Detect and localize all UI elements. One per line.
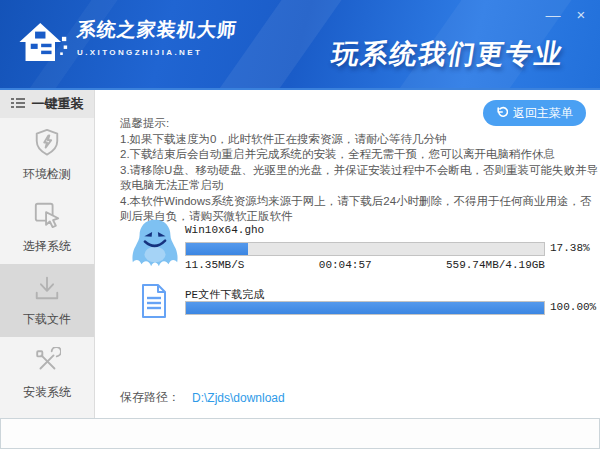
sidebar-item-label: 一键重装 (32, 95, 84, 113)
cursor-icon (33, 201, 61, 232)
sidebar-item-download-files[interactable]: 下载文件 (0, 264, 94, 337)
sidebar: 一键重装 环境检测 选择系统 下载文件 (0, 90, 95, 418)
pe-status-label: PE文件下载完成 (185, 287, 264, 302)
app-title: 系统之家装机大师 (76, 17, 239, 43)
gho-download-stats: 11.35MB/S 00:04:57 559.74MB/4.19GB (185, 259, 545, 271)
title-bar: 系统之家装机大师 U.XITONGZHIJIA.NET 玩系统我们更专业 — × (0, 0, 600, 90)
tips-line: 2.下载结束后会自动重启并完成系统的安装，全程无需干预，您可以离开电脑稍作休息 (120, 147, 600, 163)
sidebar-item-select-system[interactable]: 选择系统 (0, 191, 94, 264)
menu-icon (11, 97, 25, 112)
tips-line: 4.本软件Windows系统资源均来源于网上，请下载后24小时删除，不得用于任何… (120, 194, 600, 225)
sidebar-item-label: 安装系统 (23, 384, 71, 401)
app-logo: 系统之家装机大师 U.XITONGZHIJIA.NET (16, 17, 237, 71)
download-time: 00:04:57 (319, 259, 372, 271)
header-slogan: 玩系统我们更专业 (329, 36, 567, 72)
sidebar-item-label: 选择系统 (23, 238, 71, 255)
gho-progress-bar (185, 242, 545, 256)
window-controls: — × (542, 4, 592, 24)
tips-line: 3.请移除U盘、移动硬盘、光驱里的光盘，并保证安装过程中不会断电，否则重装可能失… (120, 163, 600, 194)
pe-progress-bar (185, 301, 545, 315)
pe-progress-fill (186, 302, 544, 314)
tips-title: 温馨提示: (120, 116, 600, 132)
ghost-file-icon (128, 216, 182, 274)
download-size: 559.74MB/4.19GB (446, 259, 545, 271)
sidebar-item-label: 下载文件 (23, 311, 71, 328)
sidebar-item-env-check[interactable]: 环境检测 (0, 118, 94, 191)
app-site-url: U.XITONGZHIJIA.NET (77, 48, 237, 57)
sidebar-item-label: 环境检测 (23, 166, 71, 183)
tips-line: 1.如果下载速度为0，此时软件正在搜索资源，请耐心等待几分钟 (120, 132, 600, 148)
save-path-row: 保存路径： D:\Zjds\download (120, 389, 285, 406)
gho-progress-fill (186, 243, 248, 255)
gho-progress-percent: 17.38% (550, 242, 590, 254)
footer-bar (0, 418, 600, 449)
sidebar-item-install-system[interactable]: 安装系统 (0, 337, 94, 410)
tips-block: 温馨提示: 1.如果下载速度为0，此时软件正在搜索资源，请耐心等待几分钟 2.下… (120, 116, 600, 225)
download-speed: 11.35MB/S (185, 259, 244, 271)
main-panel: 返回主菜单 温馨提示: 1.如果下载速度为0，此时软件正在搜索资源，请耐心等待几… (95, 90, 600, 418)
pe-document-icon (140, 283, 168, 323)
save-path-label: 保存路径： (120, 389, 180, 406)
gho-filename: Win10x64.gho (185, 224, 264, 236)
shield-icon (33, 127, 61, 160)
minimize-button[interactable]: — (542, 4, 564, 24)
tools-icon (33, 347, 61, 378)
pe-progress-percent: 100.00% (550, 301, 596, 313)
sidebar-item-one-key-reinstall[interactable]: 一键重装 (0, 90, 94, 118)
download-icon (32, 274, 62, 305)
close-button[interactable]: × (570, 4, 592, 24)
house-logo-icon (16, 17, 68, 71)
save-path-link[interactable]: D:\Zjds\download (192, 391, 285, 405)
